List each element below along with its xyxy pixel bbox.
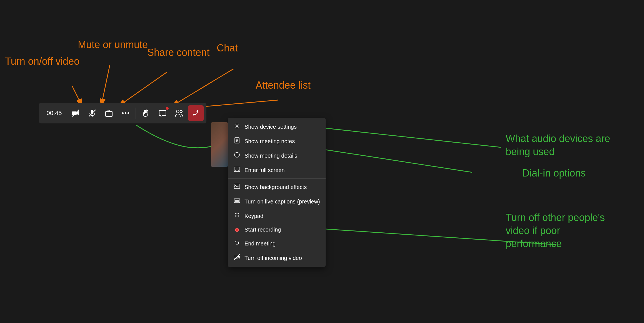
menu-label-recording: Start recording	[244, 227, 281, 233]
chat-button[interactable]	[155, 105, 170, 121]
annotation-attendee: Attendee list	[256, 79, 311, 91]
svg-point-20	[236, 125, 238, 127]
raise-hand-button[interactable]	[138, 105, 154, 121]
more-options-menu: Show device settings Show meeting notes …	[228, 118, 326, 267]
svg-point-43	[238, 217, 239, 217]
svg-rect-31	[234, 199, 240, 203]
annotation-share: Share content	[147, 47, 209, 58]
mute-button[interactable]	[84, 105, 100, 121]
meeting-timer: 00:45	[42, 110, 67, 117]
annotation-mute: Mute or unmute	[78, 39, 148, 51]
share-button[interactable]	[101, 105, 117, 121]
more-options-button[interactable]	[118, 105, 133, 121]
incoming-video-icon	[233, 254, 241, 262]
participant-video	[211, 122, 228, 167]
svg-point-27	[237, 153, 237, 154]
svg-point-30	[235, 185, 236, 186]
captions-icon	[233, 198, 241, 205]
svg-point-17	[128, 112, 129, 114]
menu-label-incoming-video: Turn off incoming video	[244, 255, 302, 261]
svg-point-36	[237, 213, 238, 214]
menu-item-keypad[interactable]: Keypad	[228, 209, 326, 223]
svg-point-40	[238, 215, 239, 216]
annotation-dial-in: Dial-in options	[522, 167, 586, 180]
annotation-chat: Chat	[217, 42, 238, 54]
menu-label-meeting-notes: Show meeting notes	[244, 138, 295, 145]
menu-item-device-settings[interactable]: Show device settings	[228, 120, 326, 134]
meeting-details-icon	[233, 152, 241, 160]
menu-item-captions[interactable]: Turn on live captions (preview)	[228, 194, 326, 209]
menu-item-recording[interactable]: Start recording	[228, 223, 326, 236]
fullscreen-icon	[233, 166, 241, 174]
meeting-toolbar: 00:45	[39, 103, 206, 123]
svg-line-1	[101, 65, 110, 106]
annotation-turn-off-video: Turn off other people'svideo if poorperf…	[506, 211, 605, 250]
end-meeting-icon	[233, 240, 241, 247]
svg-line-3	[172, 69, 233, 106]
device-settings-icon	[233, 123, 241, 131]
svg-line-44	[234, 254, 240, 260]
menu-item-background[interactable]: Show background effects	[228, 180, 326, 194]
svg-point-35	[235, 213, 236, 214]
menu-label-meeting-details: Show meeting details	[244, 153, 297, 159]
svg-point-16	[125, 112, 126, 114]
toolbar-divider	[136, 108, 136, 119]
menu-item-meeting-notes[interactable]: Show meeting notes	[228, 134, 326, 148]
svg-point-41	[235, 217, 236, 217]
menu-item-incoming-video[interactable]: Turn off incoming video	[228, 251, 326, 265]
video-button[interactable]	[68, 105, 83, 121]
recording-icon	[233, 228, 241, 232]
keypad-icon	[233, 212, 241, 220]
meeting-notes-icon	[233, 137, 241, 145]
menu-label-background: Show background effects	[244, 184, 307, 190]
svg-point-18	[176, 110, 179, 113]
end-call-button[interactable]	[188, 105, 204, 121]
menu-item-fullscreen[interactable]: Enter full screen	[228, 163, 326, 177]
menu-label-end-meeting: End meeting	[244, 240, 276, 247]
menu-label-fullscreen: Enter full screen	[244, 167, 285, 173]
participants-button[interactable]	[171, 105, 187, 121]
svg-line-5	[310, 126, 501, 147]
annotation-turn-video: Turn on/off video	[5, 56, 79, 67]
svg-point-42	[237, 217, 238, 217]
background-icon	[233, 183, 241, 191]
menu-item-end-meeting[interactable]: End meeting	[228, 236, 326, 251]
annotation-audio-devices: What audio devices arebeing used	[506, 132, 610, 158]
svg-point-15	[122, 112, 124, 114]
svg-point-38	[235, 215, 236, 216]
svg-point-39	[237, 215, 238, 216]
menu-item-meeting-details[interactable]: Show meeting details	[228, 148, 326, 163]
svg-point-19	[180, 110, 182, 113]
menu-label-keypad: Keypad	[244, 213, 263, 219]
menu-divider-1	[228, 178, 326, 179]
svg-line-6	[310, 147, 472, 172]
menu-label-captions: Turn on live captions (preview)	[244, 198, 320, 205]
svg-point-37	[238, 213, 239, 214]
svg-line-2	[118, 72, 167, 106]
menu-label-device-settings: Show device settings	[244, 124, 297, 130]
